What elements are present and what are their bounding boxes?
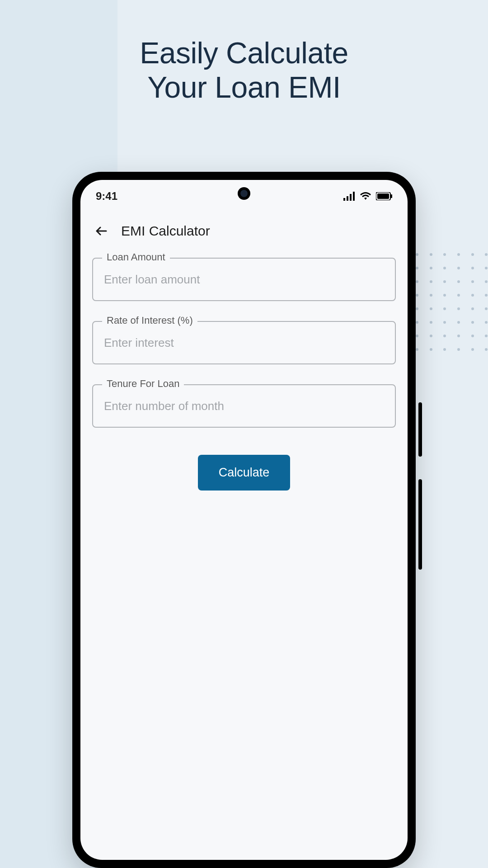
tenure-input[interactable] bbox=[92, 384, 396, 428]
rate-input[interactable] bbox=[92, 321, 396, 364]
tenure-label: Tenure For Loan bbox=[102, 378, 184, 390]
tenure-field-group: Tenure For Loan bbox=[92, 384, 396, 428]
status-indicators bbox=[343, 192, 392, 201]
battery-icon bbox=[376, 192, 392, 200]
wifi-icon bbox=[360, 192, 371, 201]
svg-rect-3 bbox=[353, 192, 355, 201]
phone-mockup-frame: 9:41 bbox=[72, 172, 416, 868]
svg-rect-1 bbox=[347, 196, 348, 201]
decorative-dot-grid bbox=[416, 253, 488, 351]
arrow-left-icon bbox=[94, 224, 109, 238]
svg-rect-5 bbox=[377, 193, 389, 199]
form-container: Loan Amount Rate of Interest (%) Tenure … bbox=[80, 249, 408, 500]
app-header: EMI Calculator bbox=[80, 207, 408, 249]
hero-line-1: Easily Calculate bbox=[140, 36, 348, 70]
phone-side-button bbox=[418, 402, 422, 457]
phone-side-button bbox=[418, 479, 422, 570]
loan-amount-field-group: Loan Amount bbox=[92, 258, 396, 301]
loan-amount-label: Loan Amount bbox=[102, 251, 170, 263]
svg-rect-0 bbox=[343, 198, 345, 201]
page-title: EMI Calculator bbox=[121, 223, 210, 239]
status-time: 9:41 bbox=[96, 190, 117, 203]
back-button[interactable] bbox=[94, 223, 109, 239]
calculate-button[interactable]: Calculate bbox=[198, 455, 291, 491]
rate-field-group: Rate of Interest (%) bbox=[92, 321, 396, 364]
loan-amount-input[interactable] bbox=[92, 258, 396, 301]
hero-line-2: Your Loan EMI bbox=[147, 71, 341, 104]
svg-rect-6 bbox=[391, 194, 392, 198]
svg-rect-2 bbox=[350, 194, 352, 201]
camera-notch bbox=[238, 187, 250, 200]
phone-screen: 9:41 bbox=[80, 180, 408, 860]
cellular-signal-icon bbox=[343, 192, 355, 201]
hero-title: Easily Calculate Your Loan EMI bbox=[0, 0, 488, 105]
rate-label: Rate of Interest (%) bbox=[102, 315, 197, 326]
